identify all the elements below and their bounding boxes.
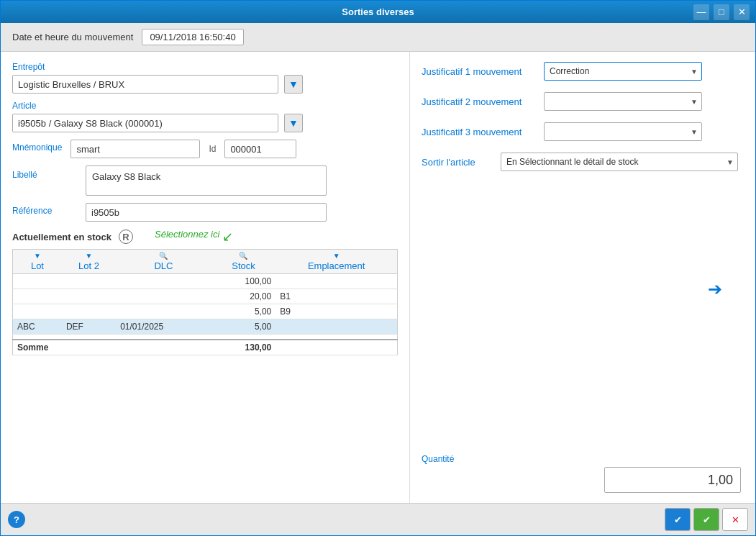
sortir-row: Sortir l'article En Sélectionnant le dét… — [422, 153, 744, 171]
reference-row: Référence — [12, 203, 398, 222]
title-bar: Sorties diverses — □ ✕ — [1, 1, 755, 23]
mnemonique-label: Mnémonique — [12, 142, 62, 153]
stock-table-body: 100,00 20,00 B1 — [13, 274, 398, 355]
justif2-select[interactable] — [544, 92, 702, 111]
maximize-button[interactable]: □ — [714, 4, 729, 20]
title-bar-controls: — □ ✕ — [693, 4, 750, 20]
main-window: Sorties diverses — □ ✕ Date et heure du … — [0, 0, 756, 536]
justif3-select[interactable] — [544, 122, 702, 141]
selectionnez-annotation: Sélectionnez ici — [155, 229, 219, 240]
justif3-select-wrapper: ▼ — [544, 122, 702, 141]
action-buttons: ✔ ✔ ✕ — [665, 508, 748, 531]
down-right-arrow-icon: ↙ — [222, 229, 233, 245]
reference-label: Référence — [12, 206, 77, 216]
reference-input[interactable] — [86, 203, 327, 222]
col-stock: 🔍 Stock — [211, 250, 276, 274]
stock-header: Actuellement en stock R Sélectionnez ici… — [12, 229, 398, 245]
article-dropdown-button[interactable]: ▼ — [284, 114, 303, 132]
entrepot-row: ▼ — [12, 75, 398, 94]
table-row-selected[interactable]: ABC DEF 01/01/2025 5,00 — [13, 319, 398, 335]
lot2-filter-icon[interactable]: ▼ — [86, 252, 93, 260]
sortir-select-wrapper: En Sélectionnant le détail de stock ▼ — [501, 153, 738, 171]
justif2-label: Justificatif 2 mouvement — [422, 96, 537, 107]
article-input[interactable] — [12, 114, 278, 132]
justif1-row: Justificatif 1 mouvement Correction ▼ — [422, 62, 744, 81]
row-indicator-arrow: ➔ — [708, 279, 722, 299]
reference-group: Référence — [12, 203, 398, 222]
stock-title: Actuellement en stock — [12, 232, 111, 242]
emplacement-filter-icon[interactable]: ▼ — [333, 252, 340, 260]
minimize-button[interactable]: — — [693, 4, 709, 20]
r-badge[interactable]: R — [119, 230, 133, 244]
table-row[interactable]: 100,00 — [13, 274, 398, 289]
window-title: Sorties diverses — [342, 6, 414, 17]
sortir-label: Sortir l'article — [422, 157, 493, 168]
entrepot-label: Entrepôt — [12, 62, 398, 72]
quantite-section: Quantité — [422, 447, 744, 493]
bottom-bar: ? ✔ ✔ ✕ — [1, 503, 755, 535]
table-header-row: ▼ Lot ▼ Lot 2 — [13, 250, 398, 274]
cancel-button[interactable]: ✕ — [722, 508, 748, 531]
sortir-select[interactable]: En Sélectionnant le détail de stock — [501, 153, 738, 171]
main-content: Entrepôt ▼ Article ▼ Mnémonique — [1, 52, 755, 503]
col-dlc: 🔍 DLC — [116, 250, 211, 274]
stock-table: ▼ Lot ▼ Lot 2 — [12, 249, 398, 355]
confirm-green-button[interactable]: ✔ — [693, 508, 719, 531]
justif2-select-wrapper: ▼ — [544, 92, 702, 111]
justif3-label: Justificatif 3 mouvement — [422, 127, 537, 137]
mnemonique-row: Mnémonique Id — [12, 140, 398, 158]
row-indicator: ➔ — [422, 186, 744, 299]
table-row[interactable]: 20,00 B1 — [13, 289, 398, 304]
quantite-label: Quantité — [422, 454, 744, 464]
article-label: Article — [12, 101, 398, 111]
libelle-value: Galaxy S8 Black — [86, 165, 327, 196]
col-lot2: ▼ Lot 2 — [62, 250, 116, 274]
confirm-blue-button[interactable]: ✔ — [665, 508, 691, 531]
article-row: ▼ — [12, 114, 398, 132]
table-row[interactable]: 5,00 B9 — [13, 304, 398, 319]
lot-filter-icon[interactable]: ▼ — [34, 252, 41, 260]
id-label: Id — [209, 144, 216, 154]
libelle-group: Libellé Galaxy S8 Black — [12, 165, 398, 196]
table-row[interactable] — [13, 335, 398, 340]
libelle-label: Libellé — [12, 165, 77, 180]
checkmark-green-icon: ✔ — [703, 514, 711, 525]
close-red-icon: ✕ — [732, 514, 739, 525]
article-group: Article ▼ — [12, 101, 398, 132]
justif1-select-wrapper: Correction ▼ — [544, 62, 702, 81]
annotation-area: Sélectionnez ici ↙ — [140, 229, 233, 245]
entrepot-input[interactable] — [12, 75, 278, 94]
id-input[interactable] — [224, 140, 296, 158]
col-emplacement: ▼ Emplacement — [275, 250, 397, 274]
entrepot-group: Entrepôt ▼ — [12, 62, 398, 94]
left-panel: Entrepôt ▼ Article ▼ Mnémonique — [1, 52, 410, 503]
mnemonique-group: Mnémonique Id — [12, 140, 398, 158]
datetime-bar: Date et heure du mouvement 09/11/2018 16… — [1, 23, 755, 52]
justif1-select[interactable]: Correction — [544, 62, 702, 81]
right-panel: Justificatif 1 mouvement Correction ▼ Ju… — [410, 52, 755, 503]
dlc-filter-icon[interactable]: 🔍 — [159, 252, 168, 260]
help-button[interactable]: ? — [8, 511, 25, 528]
checkmark-blue-icon: ✔ — [674, 514, 682, 525]
entrepot-dropdown-button[interactable]: ▼ — [284, 75, 303, 94]
quantite-input-wrapper — [422, 467, 744, 493]
col-lot: ▼ Lot — [13, 250, 62, 274]
justif1-label: Justificatif 1 mouvement — [422, 66, 537, 77]
window-close-button[interactable]: ✕ — [734, 4, 750, 20]
mnemonique-input[interactable] — [70, 140, 200, 158]
stock-section: Actuellement en stock R Sélectionnez ici… — [12, 229, 398, 355]
stock-filter-icon[interactable]: 🔍 — [239, 252, 247, 260]
datetime-label: Date et heure du mouvement — [12, 32, 133, 42]
datetime-value: 09/11/2018 16:50:40 — [142, 29, 243, 45]
libelle-row: Libellé Galaxy S8 Black — [12, 165, 398, 196]
somme-row: Somme 130,00 — [13, 340, 398, 355]
quantite-input[interactable] — [604, 467, 741, 493]
justif2-row: Justificatif 2 mouvement ▼ — [422, 92, 744, 111]
justif3-row: Justificatif 3 mouvement ▼ — [422, 122, 744, 141]
